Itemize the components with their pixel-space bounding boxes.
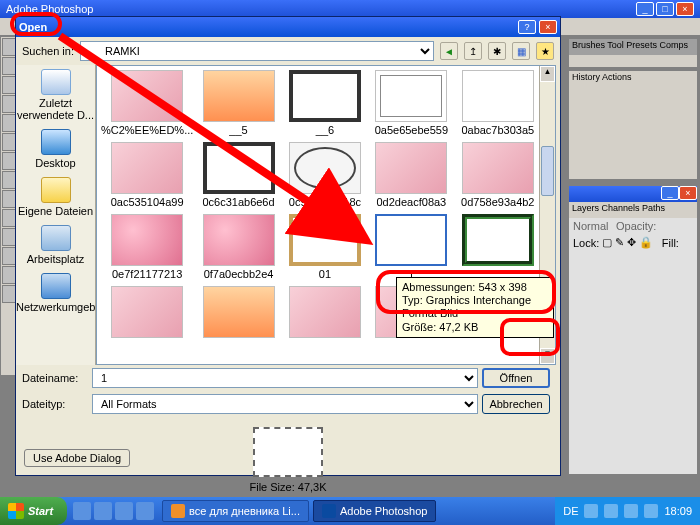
thumbnail-image — [462, 214, 534, 266]
quick-launch — [67, 502, 160, 520]
minimize-icon[interactable]: _ — [661, 186, 679, 200]
lock-icon[interactable]: 🔒 — [639, 236, 653, 249]
blend-mode[interactable]: Normal — [573, 220, 608, 232]
preview-thumbnail — [253, 427, 323, 477]
minimize-icon[interactable]: _ — [636, 2, 654, 16]
up-icon[interactable]: ↥ — [464, 42, 482, 60]
annotation-ring — [376, 270, 556, 314]
scroll-thumb[interactable] — [541, 146, 554, 196]
palette-tabs[interactable]: History Actions — [569, 71, 697, 87]
annotation-arrow — [50, 26, 380, 256]
file-thumbnail[interactable]: 0abac7b303a5 — [457, 70, 539, 136]
filetype-label: Dateityp: — [22, 398, 88, 410]
lock-label: Lock: — [573, 237, 599, 249]
cancel-button[interactable]: Abbrechen — [482, 394, 550, 414]
thumbnail-image — [462, 70, 534, 122]
svg-line-0 — [60, 36, 360, 236]
ql-icon[interactable] — [136, 502, 154, 520]
taskbar: Start все для дневника Li... Adobe Photo… — [0, 497, 700, 525]
fill-label: Fill: — [662, 237, 679, 249]
ql-icon[interactable] — [73, 502, 91, 520]
open-button[interactable]: Öffnen — [482, 368, 550, 388]
annotation-ring — [500, 318, 560, 356]
clock[interactable]: 18:09 — [664, 505, 692, 517]
firefox-icon — [171, 504, 185, 518]
back-icon[interactable]: ◄ — [440, 42, 458, 60]
palette-tabs[interactable]: Brushes Tool Presets Comps — [569, 39, 697, 55]
thumbnail-label: 0d758e93a4b2 — [457, 196, 539, 208]
lang-indicator[interactable]: DE — [563, 505, 578, 517]
lock-icon[interactable]: ✎ — [615, 236, 624, 249]
lock-icon[interactable]: ✥ — [627, 236, 636, 249]
thumbnail-label: 0d2deacf08a3 — [370, 196, 452, 208]
ql-icon[interactable] — [94, 502, 112, 520]
palette-brushes: Brushes Tool Presets Comps — [568, 38, 698, 68]
opacity-label: Opacity: — [616, 220, 656, 232]
thumbnail-image — [111, 286, 183, 338]
file-thumbnail[interactable]: 0d758e93a4b2 — [457, 142, 539, 208]
favorites-icon[interactable]: ★ — [536, 42, 554, 60]
maximize-icon[interactable]: □ — [656, 2, 674, 16]
close-icon[interactable]: × — [539, 20, 557, 34]
thumbnail-image — [375, 142, 447, 194]
ql-icon[interactable] — [115, 502, 133, 520]
palette-history: History Actions — [568, 70, 698, 180]
new-folder-icon[interactable]: ✱ — [488, 42, 506, 60]
file-thumbnail[interactable] — [284, 286, 366, 340]
thumbnail-label: 0e7f21177213 — [101, 268, 193, 280]
file-thumbnail[interactable] — [197, 286, 279, 340]
thumbnail-label: 01 — [284, 268, 366, 280]
thumbnail-image — [462, 142, 534, 194]
thumbnail-label: 0f7a0ecbb2e4 — [197, 268, 279, 280]
help-icon[interactable]: ? — [518, 20, 536, 34]
views-icon[interactable]: ▦ — [512, 42, 530, 60]
lock-icon[interactable]: ▢ — [602, 236, 612, 249]
file-thumbnail[interactable]: 0a5e65ebe559 — [370, 70, 452, 136]
tray-icon[interactable] — [624, 504, 638, 518]
preview-filesize: File Size: 47,3K — [16, 481, 560, 493]
file-thumbnail[interactable]: 0d2deacf08a3 — [370, 142, 452, 208]
scroll-up-icon[interactable]: ▲ — [540, 66, 555, 82]
windows-logo-icon — [8, 503, 24, 519]
palette-layers: _× Layers Channels Paths Normal Opacity:… — [568, 185, 698, 475]
tray-icon[interactable] — [604, 504, 618, 518]
taskbar-app[interactable]: Adobe Photoshop — [313, 500, 436, 522]
file-thumbnail[interactable] — [101, 286, 193, 340]
close-icon[interactable]: × — [679, 186, 697, 200]
thumbnail-image — [375, 214, 447, 266]
photoshop-icon — [322, 504, 336, 518]
tray-icon[interactable] — [584, 504, 598, 518]
palette-tabs[interactable]: Layers Channels Paths — [569, 202, 697, 218]
taskbar-app[interactable]: все для дневника Li... — [162, 500, 309, 522]
close-icon[interactable]: × — [676, 2, 694, 16]
system-tray[interactable]: DE 18:09 — [555, 497, 700, 525]
filetype-select[interactable]: All Formats — [92, 394, 478, 414]
start-button[interactable]: Start — [0, 497, 67, 525]
thumbnail-label: 0a5e65ebe559 — [370, 124, 452, 136]
tray-icon[interactable] — [644, 504, 658, 518]
thumbnail-label: 0abac7b303a5 — [457, 124, 539, 136]
thumbnail-image — [375, 70, 447, 122]
thumbnail-image — [203, 286, 275, 338]
thumbnail-image — [289, 286, 361, 338]
filename-label: Dateiname: — [22, 372, 88, 384]
place-network[interactable]: Netzwerkumgebung — [16, 273, 95, 313]
use-adobe-dialog-button[interactable]: Use Adobe Dialog — [24, 449, 130, 467]
filename-field[interactable]: 1 — [92, 368, 478, 388]
